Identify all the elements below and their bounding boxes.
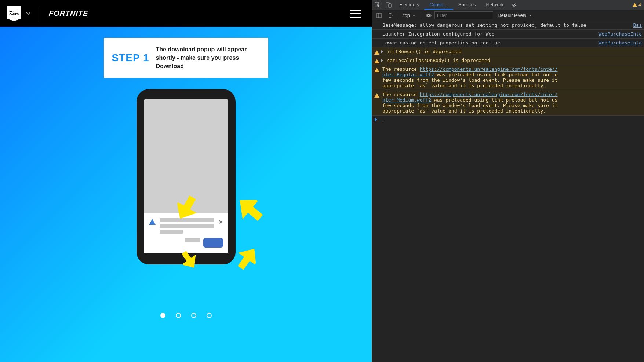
web-page: EPICGAMES FORTNITE STEP 1 The download p…: [0, 0, 372, 362]
disclosure-triangle-icon[interactable]: [381, 59, 383, 62]
execution-context-label: top: [403, 12, 410, 18]
console-message-info[interactable]: BaseMessage: allow dangerous set setting…: [372, 21, 644, 30]
console-source-link[interactable]: WebPurchaseInte: [599, 40, 642, 45]
download-popup: ×: [144, 213, 228, 253]
resource-link[interactable]: nter-Regular.woff2: [382, 72, 434, 77]
resource-link[interactable]: https://components.unrealengine.com/font…: [420, 92, 558, 97]
cancel-button-placeholder: [185, 238, 200, 242]
inspect-icon[interactable]: [372, 0, 383, 10]
divider: [40, 6, 40, 21]
chevron-down-icon[interactable]: [26, 11, 31, 16]
log-levels-label: Default levels: [498, 12, 526, 18]
phone-illustration: ×: [137, 89, 236, 264]
console-message-text: The resource https://components.unrealen…: [382, 92, 642, 114]
carousel-dot-1[interactable]: [160, 313, 165, 318]
console-message-warn[interactable]: initBowser() is deprecated: [372, 47, 644, 56]
console-message-warn[interactable]: setLocaleClassOnBody() is deprecated: [372, 56, 644, 65]
svg-point-7: [428, 14, 430, 16]
console-message-text: initBowser() is deprecated: [387, 49, 642, 54]
more-tabs-icon[interactable]: [509, 0, 519, 10]
toggle-sidebar-icon[interactable]: [374, 11, 384, 19]
warning-icon: [633, 3, 637, 7]
tab-console[interactable]: Conso…: [424, 0, 453, 10]
warning-icon: [374, 58, 379, 63]
clear-console-icon[interactable]: [385, 11, 395, 19]
console-message-text: Lower-casing object properties on root.u…: [382, 40, 594, 45]
menu-icon[interactable]: [350, 10, 361, 18]
svg-line-6: [389, 14, 392, 17]
warning-icon: [374, 92, 379, 98]
console-source-link[interactable]: WebPurchaseInte: [599, 31, 642, 37]
phone-frame: ×: [137, 89, 236, 264]
hero-panel: STEP 1 The download popup will appear sh…: [0, 27, 372, 362]
log-levels-dropdown[interactable]: Default levels: [498, 12, 532, 18]
popup-text-placeholder: [160, 218, 214, 234]
warning-badge[interactable]: 4: [633, 0, 644, 10]
console-message-info[interactable]: Launcher Integration configured for WebW…: [372, 30, 644, 39]
carousel-dot-2[interactable]: [176, 313, 181, 318]
console-message-text: BaseMessage: allow dangerous set setting…: [382, 22, 628, 28]
devtools-tab-strip: Elements Conso… Sources Network 4: [372, 0, 644, 10]
step-description: The download popup will appear shortly -…: [156, 45, 260, 71]
execution-context-dropdown[interactable]: top: [401, 12, 418, 19]
console-prompt[interactable]: [372, 116, 644, 124]
svg-rect-3: [377, 13, 381, 18]
console-message-text: The resource https://components.unrealen…: [382, 66, 642, 88]
svg-rect-2: [389, 4, 391, 7]
tab-sources[interactable]: Sources: [453, 0, 481, 10]
console-message-text: setLocaleClassOnBody() is deprecated: [387, 58, 642, 63]
epic-games-logo-text: EPICGAMES: [9, 10, 19, 15]
close-icon: ×: [219, 218, 223, 226]
device-toggle-icon[interactable]: [383, 0, 394, 10]
warning-icon: [374, 50, 379, 55]
tab-network[interactable]: Network: [481, 0, 509, 10]
alert-icon: [149, 219, 156, 225]
carousel-dot-4[interactable]: [207, 313, 212, 318]
console-message-warn[interactable]: The resource https://components.unrealen…: [372, 65, 644, 90]
carousel-dot-3[interactable]: [191, 313, 196, 318]
warning-icon: [374, 67, 379, 72]
resource-link[interactable]: nter-Medium.woff2: [382, 97, 431, 103]
console-message-warn[interactable]: The resource https://components.unrealen…: [372, 90, 644, 116]
warning-count: 4: [638, 2, 641, 7]
top-nav: EPICGAMES FORTNITE: [0, 0, 372, 27]
epic-games-logo[interactable]: EPICGAMES: [7, 6, 21, 21]
phone-screen: [144, 99, 228, 213]
resource-link[interactable]: https://components.unrealengine.com/font…: [420, 66, 558, 72]
console-message-info[interactable]: Lower-casing object properties on root.u…: [372, 39, 644, 47]
step-card: STEP 1 The download popup will appear sh…: [104, 38, 268, 78]
fortnite-logo[interactable]: FORTNITE: [48, 9, 89, 18]
tab-elements[interactable]: Elements: [394, 0, 424, 10]
disclosure-triangle-icon[interactable]: [381, 50, 383, 54]
download-button-placeholder: [203, 238, 223, 248]
carousel-dots: [160, 313, 212, 318]
live-expression-icon[interactable]: [424, 13, 433, 18]
console-toolbar: top Default levels: [372, 10, 644, 21]
console-source-link[interactable]: Bas: [633, 22, 642, 28]
step-number: STEP 1: [112, 52, 149, 64]
console-output[interactable]: BaseMessage: allow dangerous set setting…: [372, 21, 644, 362]
console-filter-input[interactable]: [434, 11, 493, 19]
devtools-panel: Elements Conso… Sources Network 4 top De…: [372, 0, 644, 362]
console-message-text: Launcher Integration configured for Web: [382, 31, 594, 37]
